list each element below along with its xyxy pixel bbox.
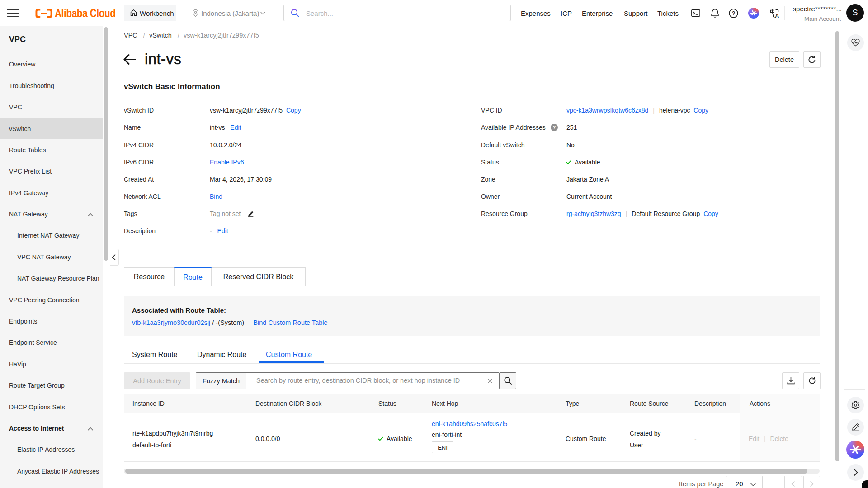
svg-text:?: ?: [732, 10, 736, 17]
svg-text:A: A: [775, 13, 779, 18]
